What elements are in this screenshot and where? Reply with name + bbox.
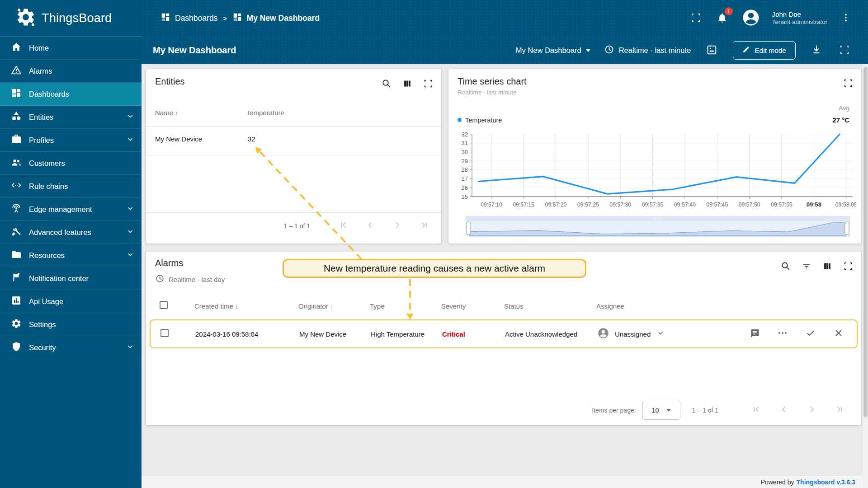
sidebar-item-notification-center[interactable]: Notification center	[0, 267, 142, 290]
sidebar-item-edge-management[interactable]: Edge management	[0, 198, 142, 221]
download-button[interactable]	[809, 42, 824, 58]
sidebar-item-rule-chains[interactable]: Rule chains	[0, 175, 142, 198]
entities-search-button[interactable]	[379, 76, 393, 92]
dashboard-select-value: My New Dashboard	[516, 46, 581, 55]
navigator-right-handle	[845, 222, 849, 235]
api-chart-icon	[11, 295, 22, 308]
sidebar-item-label: Security	[29, 343, 118, 352]
alarm-details-button[interactable]	[750, 328, 760, 340]
alarm-row[interactable]: 2024-03-16 09:58:04 My New Device High T…	[150, 319, 858, 348]
alarms-col-assignee[interactable]: Assignee	[596, 302, 748, 310]
chart-fullscreen-button[interactable]	[841, 76, 855, 91]
timewindow-button[interactable]: Realtime - last minute	[604, 44, 691, 56]
alarms-col-status[interactable]: Status	[504, 302, 596, 310]
timeseries-chart[interactable]: 323130292827262509:57:1009:57:1509:57:20…	[454, 131, 856, 214]
last-page-icon[interactable]	[835, 404, 845, 416]
alarm-row-checkbox[interactable]	[160, 329, 169, 337]
dashboard-image-button[interactable]	[704, 42, 719, 59]
chevron-down-icon	[656, 328, 665, 339]
columns-icon	[822, 261, 832, 272]
version-link[interactable]: Thingsboard v.3.6.3	[797, 479, 855, 486]
svg-text:25: 25	[462, 193, 468, 200]
next-page-icon[interactable]	[392, 220, 402, 232]
alarms-fullscreen-button[interactable]	[841, 259, 855, 274]
clock-icon	[604, 44, 614, 56]
alarm-created-time: 2024-03-16 09:58:04	[195, 330, 299, 338]
sidebar: ThingsBoard HomeAlarmsDashboardsEntities…	[0, 0, 142, 488]
select-all-checkbox[interactable]	[160, 301, 168, 309]
chart-agg-header: Avg	[839, 104, 849, 112]
alarms-search-button[interactable]	[778, 259, 793, 274]
sidebar-item-resources[interactable]: Resources	[0, 244, 142, 267]
alarms-timewindow[interactable]: Realtime - last day	[169, 276, 225, 283]
search-icon	[780, 261, 791, 272]
prev-page-icon[interactable]	[779, 404, 789, 416]
sidebar-item-dashboards[interactable]: Dashboards	[0, 83, 142, 106]
sidebar-item-settings[interactable]: Settings	[0, 313, 142, 336]
entity-row-name[interactable]: My New Device	[155, 135, 202, 143]
sidebar-item-label: Profiles	[29, 136, 118, 145]
alarms-page-range: 1 – 1 of 1	[692, 407, 718, 414]
scrollbar-thumb[interactable]	[863, 67, 868, 417]
edit-mode-button[interactable]: Edit mode	[733, 41, 796, 60]
entities-col-name[interactable]: Name ↑	[155, 109, 178, 117]
chart-navigator[interactable]	[466, 216, 850, 237]
alarms-col-severity[interactable]: Severity	[441, 302, 504, 310]
avatar[interactable]	[741, 8, 760, 29]
alarm-severity: Critical	[442, 330, 505, 338]
legend-series-label[interactable]: Temperature	[465, 117, 502, 124]
breadcrumb-current[interactable]: My New Dashboard	[232, 12, 320, 24]
user-name: John Doe	[772, 10, 827, 19]
sidebar-item-customers[interactable]: Customers	[0, 152, 142, 175]
prev-page-icon[interactable]	[365, 220, 375, 232]
scrollbar[interactable]	[863, 64, 868, 488]
breadcrumb-dashboards[interactable]: Dashboards	[160, 12, 217, 24]
fullscreen-button[interactable]	[689, 10, 703, 26]
last-page-icon[interactable]	[420, 220, 429, 232]
sidebar-item-label: Notification center	[29, 274, 135, 283]
alarm-type: High Temperature	[371, 330, 442, 338]
sidebar-item-security[interactable]: Security	[0, 336, 142, 359]
user-menu[interactable]: John Doe Tenant administrator	[772, 10, 827, 27]
sidebar-item-home[interactable]: Home	[0, 37, 142, 60]
alarm-clear-button[interactable]	[833, 328, 844, 340]
home-icon	[11, 42, 22, 54]
alarm-acknowledge-button[interactable]	[805, 328, 816, 340]
profiles-icon	[11, 134, 22, 146]
kebab-menu-button[interactable]	[839, 11, 853, 26]
brand-logo[interactable]: ThingsBoard	[0, 0, 142, 37]
items-per-page-select[interactable]: 10	[642, 401, 680, 420]
sidebar-item-profiles[interactable]: Profiles	[0, 129, 142, 152]
sidebar-item-api-usage[interactable]: Api Usage	[0, 290, 142, 313]
fullscreen-icon	[839, 44, 850, 56]
sidebar-item-alarms[interactable]: Alarms	[0, 60, 142, 83]
svg-text:09:57:30: 09:57:30	[609, 202, 631, 208]
dashboard-grid-icon	[160, 12, 170, 24]
first-page-icon[interactable]	[338, 220, 348, 232]
alarms-col-created[interactable]: Created time ↓	[194, 302, 298, 310]
alarms-col-type[interactable]: Type	[370, 302, 441, 310]
alarm-more-button[interactable]	[777, 328, 788, 340]
svg-text:09:57:10: 09:57:10	[481, 202, 502, 208]
next-page-icon[interactable]	[807, 404, 817, 416]
sidebar-item-advanced-features[interactable]: Advanced features	[0, 221, 142, 244]
alarms-filter-button[interactable]	[800, 259, 813, 274]
alarms-columns-button[interactable]	[821, 259, 834, 274]
breadcrumb-root-label: Dashboards	[175, 14, 217, 23]
sidebar-item-entities[interactable]: Entities	[0, 106, 142, 129]
svg-text:09:58:05: 09:58:05	[835, 202, 856, 208]
toolbar-fullscreen-button[interactable]	[837, 42, 852, 58]
alarm-assignee-select[interactable]: Unassigned	[597, 327, 744, 341]
entities-col-temperature[interactable]: temperature	[248, 109, 284, 117]
thingsboard-logo-icon	[15, 7, 36, 29]
notifications-button[interactable]: 1	[715, 10, 730, 27]
dashboard-select[interactable]: My New Dashboard	[516, 46, 590, 55]
first-page-icon[interactable]	[751, 404, 761, 416]
entity-row-temperature[interactable]: 32	[248, 135, 255, 143]
alarms-col-originator[interactable]: Originator ↑	[298, 302, 370, 310]
entities-columns-button[interactable]	[401, 76, 414, 92]
fullscreen-icon	[690, 12, 701, 24]
powered-by-label: Powered by	[761, 479, 794, 486]
entities-fullscreen-button[interactable]	[421, 76, 435, 92]
settings-gear-icon	[11, 318, 22, 331]
